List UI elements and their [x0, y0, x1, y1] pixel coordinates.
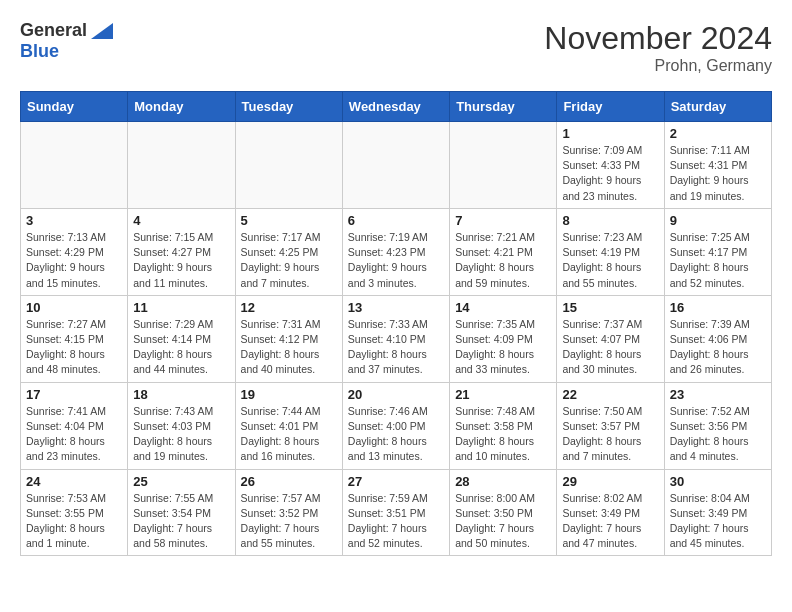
page: General Blue November 2024 Prohn, German…: [0, 0, 792, 566]
calendar-week-row: 10Sunrise: 7:27 AM Sunset: 4:15 PM Dayli…: [21, 295, 772, 382]
day-number: 7: [455, 213, 551, 228]
day-info: Sunrise: 7:31 AM Sunset: 4:12 PM Dayligh…: [241, 317, 337, 378]
day-number: 1: [562, 126, 658, 141]
table-row: 14Sunrise: 7:35 AM Sunset: 4:09 PM Dayli…: [450, 295, 557, 382]
table-row: 23Sunrise: 7:52 AM Sunset: 3:56 PM Dayli…: [664, 382, 771, 469]
day-info: Sunrise: 7:15 AM Sunset: 4:27 PM Dayligh…: [133, 230, 229, 291]
day-number: 23: [670, 387, 766, 402]
day-info: Sunrise: 7:43 AM Sunset: 4:03 PM Dayligh…: [133, 404, 229, 465]
day-info: Sunrise: 7:35 AM Sunset: 4:09 PM Dayligh…: [455, 317, 551, 378]
day-number: 27: [348, 474, 444, 489]
table-row: 11Sunrise: 7:29 AM Sunset: 4:14 PM Dayli…: [128, 295, 235, 382]
title-section: November 2024 Prohn, Germany: [544, 20, 772, 75]
day-number: 22: [562, 387, 658, 402]
day-info: Sunrise: 7:27 AM Sunset: 4:15 PM Dayligh…: [26, 317, 122, 378]
table-row: 3Sunrise: 7:13 AM Sunset: 4:29 PM Daylig…: [21, 208, 128, 295]
day-info: Sunrise: 7:17 AM Sunset: 4:25 PM Dayligh…: [241, 230, 337, 291]
calendar-week-row: 3Sunrise: 7:13 AM Sunset: 4:29 PM Daylig…: [21, 208, 772, 295]
day-number: 24: [26, 474, 122, 489]
table-row: 13Sunrise: 7:33 AM Sunset: 4:10 PM Dayli…: [342, 295, 449, 382]
table-row: 8Sunrise: 7:23 AM Sunset: 4:19 PM Daylig…: [557, 208, 664, 295]
col-tuesday: Tuesday: [235, 92, 342, 122]
table-row: [235, 122, 342, 209]
day-number: 19: [241, 387, 337, 402]
table-row: 30Sunrise: 8:04 AM Sunset: 3:49 PM Dayli…: [664, 469, 771, 556]
table-row: [342, 122, 449, 209]
table-row: 28Sunrise: 8:00 AM Sunset: 3:50 PM Dayli…: [450, 469, 557, 556]
table-row: 12Sunrise: 7:31 AM Sunset: 4:12 PM Dayli…: [235, 295, 342, 382]
table-row: 24Sunrise: 7:53 AM Sunset: 3:55 PM Dayli…: [21, 469, 128, 556]
day-info: Sunrise: 7:33 AM Sunset: 4:10 PM Dayligh…: [348, 317, 444, 378]
day-info: Sunrise: 7:09 AM Sunset: 4:33 PM Dayligh…: [562, 143, 658, 204]
table-row: 16Sunrise: 7:39 AM Sunset: 4:06 PM Dayli…: [664, 295, 771, 382]
day-info: Sunrise: 7:29 AM Sunset: 4:14 PM Dayligh…: [133, 317, 229, 378]
col-friday: Friday: [557, 92, 664, 122]
logo-general-text: General: [20, 20, 87, 41]
table-row: [450, 122, 557, 209]
day-number: 3: [26, 213, 122, 228]
logo-icon: [91, 23, 113, 39]
table-row: 18Sunrise: 7:43 AM Sunset: 4:03 PM Dayli…: [128, 382, 235, 469]
table-row: 17Sunrise: 7:41 AM Sunset: 4:04 PM Dayli…: [21, 382, 128, 469]
location: Prohn, Germany: [544, 57, 772, 75]
day-number: 26: [241, 474, 337, 489]
day-number: 18: [133, 387, 229, 402]
day-info: Sunrise: 7:59 AM Sunset: 3:51 PM Dayligh…: [348, 491, 444, 552]
day-number: 4: [133, 213, 229, 228]
calendar-week-row: 1Sunrise: 7:09 AM Sunset: 4:33 PM Daylig…: [21, 122, 772, 209]
day-info: Sunrise: 8:04 AM Sunset: 3:49 PM Dayligh…: [670, 491, 766, 552]
col-monday: Monday: [128, 92, 235, 122]
day-info: Sunrise: 7:46 AM Sunset: 4:00 PM Dayligh…: [348, 404, 444, 465]
table-row: 29Sunrise: 8:02 AM Sunset: 3:49 PM Dayli…: [557, 469, 664, 556]
col-thursday: Thursday: [450, 92, 557, 122]
day-info: Sunrise: 7:57 AM Sunset: 3:52 PM Dayligh…: [241, 491, 337, 552]
day-number: 5: [241, 213, 337, 228]
col-saturday: Saturday: [664, 92, 771, 122]
table-row: 20Sunrise: 7:46 AM Sunset: 4:00 PM Dayli…: [342, 382, 449, 469]
day-info: Sunrise: 7:44 AM Sunset: 4:01 PM Dayligh…: [241, 404, 337, 465]
day-number: 28: [455, 474, 551, 489]
calendar-table: Sunday Monday Tuesday Wednesday Thursday…: [20, 91, 772, 556]
logo-blue-text: Blue: [20, 41, 59, 62]
table-row: 27Sunrise: 7:59 AM Sunset: 3:51 PM Dayli…: [342, 469, 449, 556]
day-number: 14: [455, 300, 551, 315]
day-info: Sunrise: 7:55 AM Sunset: 3:54 PM Dayligh…: [133, 491, 229, 552]
table-row: 22Sunrise: 7:50 AM Sunset: 3:57 PM Dayli…: [557, 382, 664, 469]
table-row: 6Sunrise: 7:19 AM Sunset: 4:23 PM Daylig…: [342, 208, 449, 295]
table-row: 9Sunrise: 7:25 AM Sunset: 4:17 PM Daylig…: [664, 208, 771, 295]
day-info: Sunrise: 7:37 AM Sunset: 4:07 PM Dayligh…: [562, 317, 658, 378]
day-number: 15: [562, 300, 658, 315]
table-row: 5Sunrise: 7:17 AM Sunset: 4:25 PM Daylig…: [235, 208, 342, 295]
table-row: [128, 122, 235, 209]
table-row: 21Sunrise: 7:48 AM Sunset: 3:58 PM Dayli…: [450, 382, 557, 469]
day-info: Sunrise: 7:13 AM Sunset: 4:29 PM Dayligh…: [26, 230, 122, 291]
day-number: 21: [455, 387, 551, 402]
calendar-week-row: 17Sunrise: 7:41 AM Sunset: 4:04 PM Dayli…: [21, 382, 772, 469]
day-number: 11: [133, 300, 229, 315]
month-title: November 2024: [544, 20, 772, 57]
day-number: 13: [348, 300, 444, 315]
day-info: Sunrise: 7:11 AM Sunset: 4:31 PM Dayligh…: [670, 143, 766, 204]
day-number: 16: [670, 300, 766, 315]
table-row: 1Sunrise: 7:09 AM Sunset: 4:33 PM Daylig…: [557, 122, 664, 209]
col-wednesday: Wednesday: [342, 92, 449, 122]
logo: General Blue: [20, 20, 113, 62]
day-info: Sunrise: 7:52 AM Sunset: 3:56 PM Dayligh…: [670, 404, 766, 465]
day-info: Sunrise: 7:41 AM Sunset: 4:04 PM Dayligh…: [26, 404, 122, 465]
day-info: Sunrise: 7:50 AM Sunset: 3:57 PM Dayligh…: [562, 404, 658, 465]
header: General Blue November 2024 Prohn, German…: [20, 20, 772, 75]
day-info: Sunrise: 7:21 AM Sunset: 4:21 PM Dayligh…: [455, 230, 551, 291]
day-number: 30: [670, 474, 766, 489]
table-row: 4Sunrise: 7:15 AM Sunset: 4:27 PM Daylig…: [128, 208, 235, 295]
day-info: Sunrise: 7:53 AM Sunset: 3:55 PM Dayligh…: [26, 491, 122, 552]
day-info: Sunrise: 7:39 AM Sunset: 4:06 PM Dayligh…: [670, 317, 766, 378]
day-info: Sunrise: 7:19 AM Sunset: 4:23 PM Dayligh…: [348, 230, 444, 291]
day-number: 9: [670, 213, 766, 228]
table-row: 10Sunrise: 7:27 AM Sunset: 4:15 PM Dayli…: [21, 295, 128, 382]
calendar-week-row: 24Sunrise: 7:53 AM Sunset: 3:55 PM Dayli…: [21, 469, 772, 556]
calendar-header-row: Sunday Monday Tuesday Wednesday Thursday…: [21, 92, 772, 122]
day-number: 12: [241, 300, 337, 315]
day-number: 8: [562, 213, 658, 228]
day-info: Sunrise: 8:00 AM Sunset: 3:50 PM Dayligh…: [455, 491, 551, 552]
col-sunday: Sunday: [21, 92, 128, 122]
